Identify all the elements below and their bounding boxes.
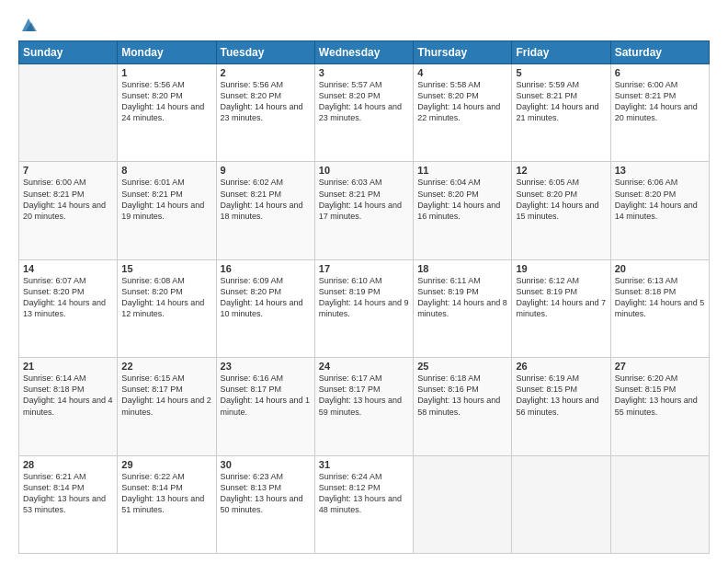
day-number: 24 bbox=[319, 361, 409, 372]
day-detail: Sunrise: 5:58 AMSunset: 8:20 PMDaylight:… bbox=[417, 79, 507, 124]
day-detail: Sunrise: 6:00 AMSunset: 8:21 PMDaylight:… bbox=[23, 177, 113, 222]
day-detail: Sunrise: 6:05 AMSunset: 8:20 PMDaylight:… bbox=[516, 177, 606, 222]
day-detail: Sunrise: 6:23 AMSunset: 8:13 PMDaylight:… bbox=[221, 471, 311, 516]
calendar-cell: 11Sunrise: 6:04 AMSunset: 8:20 PMDayligh… bbox=[414, 162, 512, 259]
day-number: 3 bbox=[319, 67, 409, 78]
calendar-cell: 28Sunrise: 6:21 AMSunset: 8:14 PMDayligh… bbox=[19, 455, 118, 553]
calendar-cell: 12Sunrise: 6:05 AMSunset: 8:20 PMDayligh… bbox=[512, 162, 610, 259]
calendar-cell: 30Sunrise: 6:23 AMSunset: 8:13 PMDayligh… bbox=[216, 455, 314, 553]
day-detail: Sunrise: 5:57 AMSunset: 8:20 PMDaylight:… bbox=[319, 79, 409, 124]
calendar-cell: 23Sunrise: 6:16 AMSunset: 8:17 PMDayligh… bbox=[216, 358, 314, 455]
day-number: 27 bbox=[615, 361, 705, 372]
calendar-cell: 26Sunrise: 6:19 AMSunset: 8:15 PMDayligh… bbox=[512, 358, 610, 455]
day-detail: Sunrise: 5:56 AMSunset: 8:20 PMDaylight:… bbox=[221, 79, 311, 124]
calendar-cell: 24Sunrise: 6:17 AMSunset: 8:17 PMDayligh… bbox=[314, 358, 413, 455]
calendar-cell: 13Sunrise: 6:06 AMSunset: 8:20 PMDayligh… bbox=[610, 162, 709, 259]
day-number: 5 bbox=[516, 67, 606, 78]
week-row-3: 14Sunrise: 6:07 AMSunset: 8:20 PMDayligh… bbox=[19, 259, 710, 357]
day-detail: Sunrise: 6:07 AMSunset: 8:20 PMDaylight:… bbox=[23, 275, 113, 320]
calendar-cell: 6Sunrise: 6:00 AMSunset: 8:21 PMDaylight… bbox=[610, 64, 709, 162]
logo bbox=[18, 15, 42, 35]
calendar-cell: 3Sunrise: 5:57 AMSunset: 8:20 PMDaylight… bbox=[314, 64, 413, 162]
logo-icon bbox=[18, 15, 39, 35]
calendar-cell: 20Sunrise: 6:13 AMSunset: 8:18 PMDayligh… bbox=[610, 259, 709, 357]
day-detail: Sunrise: 6:24 AMSunset: 8:12 PMDaylight:… bbox=[319, 471, 409, 516]
weekday-header-tuesday: Tuesday bbox=[216, 41, 314, 64]
calendar-cell: 4Sunrise: 5:58 AMSunset: 8:20 PMDaylight… bbox=[414, 64, 512, 162]
calendar-table: SundayMondayTuesdayWednesdayThursdayFrid… bbox=[18, 40, 710, 554]
calendar-cell: 2Sunrise: 5:56 AMSunset: 8:20 PMDaylight… bbox=[216, 64, 314, 162]
day-detail: Sunrise: 6:12 AMSunset: 8:19 PMDaylight:… bbox=[516, 275, 606, 320]
page: SundayMondayTuesdayWednesdayThursdayFrid… bbox=[0, 0, 728, 563]
day-detail: Sunrise: 6:01 AMSunset: 8:21 PMDaylight:… bbox=[121, 177, 211, 222]
weekday-header-wednesday: Wednesday bbox=[314, 41, 413, 64]
calendar-cell bbox=[19, 64, 118, 162]
day-detail: Sunrise: 6:17 AMSunset: 8:17 PMDaylight:… bbox=[319, 373, 409, 418]
day-number: 28 bbox=[23, 459, 113, 470]
day-detail: Sunrise: 6:22 AMSunset: 8:14 PMDaylight:… bbox=[121, 471, 211, 516]
calendar-cell: 7Sunrise: 6:00 AMSunset: 8:21 PMDaylight… bbox=[19, 162, 118, 259]
day-detail: Sunrise: 5:59 AMSunset: 8:21 PMDaylight:… bbox=[516, 79, 606, 124]
calendar-cell bbox=[512, 455, 610, 553]
header bbox=[18, 15, 710, 35]
day-number: 20 bbox=[615, 263, 705, 274]
day-number: 13 bbox=[615, 165, 705, 176]
calendar-cell: 18Sunrise: 6:11 AMSunset: 8:19 PMDayligh… bbox=[414, 259, 512, 357]
day-number: 7 bbox=[23, 165, 113, 176]
day-detail: Sunrise: 6:18 AMSunset: 8:16 PMDaylight:… bbox=[417, 373, 507, 418]
day-detail: Sunrise: 6:15 AMSunset: 8:17 PMDaylight:… bbox=[121, 373, 211, 418]
day-number: 23 bbox=[221, 361, 311, 372]
day-detail: Sunrise: 6:13 AMSunset: 8:18 PMDaylight:… bbox=[615, 275, 705, 320]
day-number: 17 bbox=[319, 263, 409, 274]
day-number: 8 bbox=[121, 165, 211, 176]
day-detail: Sunrise: 6:19 AMSunset: 8:15 PMDaylight:… bbox=[516, 373, 606, 418]
calendar-cell: 22Sunrise: 6:15 AMSunset: 8:17 PMDayligh… bbox=[118, 358, 216, 455]
day-number: 22 bbox=[121, 361, 211, 372]
calendar-cell: 8Sunrise: 6:01 AMSunset: 8:21 PMDaylight… bbox=[118, 162, 216, 259]
calendar-cell: 16Sunrise: 6:09 AMSunset: 8:20 PMDayligh… bbox=[216, 259, 314, 357]
weekday-header-row: SundayMondayTuesdayWednesdayThursdayFrid… bbox=[19, 41, 710, 64]
day-number: 12 bbox=[516, 165, 606, 176]
calendar-cell: 29Sunrise: 6:22 AMSunset: 8:14 PMDayligh… bbox=[118, 455, 216, 553]
weekday-header-sunday: Sunday bbox=[19, 41, 118, 64]
day-detail: Sunrise: 6:08 AMSunset: 8:20 PMDaylight:… bbox=[121, 275, 211, 320]
calendar-cell: 10Sunrise: 6:03 AMSunset: 8:21 PMDayligh… bbox=[314, 162, 413, 259]
day-number: 16 bbox=[221, 263, 311, 274]
day-detail: Sunrise: 6:14 AMSunset: 8:18 PMDaylight:… bbox=[23, 373, 113, 418]
day-detail: Sunrise: 6:03 AMSunset: 8:21 PMDaylight:… bbox=[319, 177, 409, 222]
calendar-cell: 31Sunrise: 6:24 AMSunset: 8:12 PMDayligh… bbox=[314, 455, 413, 553]
day-number: 19 bbox=[516, 263, 606, 274]
day-detail: Sunrise: 6:09 AMSunset: 8:20 PMDaylight:… bbox=[221, 275, 311, 320]
weekday-header-thursday: Thursday bbox=[414, 41, 512, 64]
day-number: 30 bbox=[221, 459, 311, 470]
week-row-1: 1Sunrise: 5:56 AMSunset: 8:20 PMDaylight… bbox=[19, 64, 710, 162]
calendar-cell: 1Sunrise: 5:56 AMSunset: 8:20 PMDaylight… bbox=[118, 64, 216, 162]
week-row-4: 21Sunrise: 6:14 AMSunset: 8:18 PMDayligh… bbox=[19, 358, 710, 455]
day-number: 31 bbox=[319, 459, 409, 470]
weekday-header-monday: Monday bbox=[118, 41, 216, 64]
calendar-cell: 15Sunrise: 6:08 AMSunset: 8:20 PMDayligh… bbox=[118, 259, 216, 357]
week-row-5: 28Sunrise: 6:21 AMSunset: 8:14 PMDayligh… bbox=[19, 455, 710, 553]
day-detail: Sunrise: 5:56 AMSunset: 8:20 PMDaylight:… bbox=[121, 79, 211, 124]
calendar-cell: 21Sunrise: 6:14 AMSunset: 8:18 PMDayligh… bbox=[19, 358, 118, 455]
day-detail: Sunrise: 6:11 AMSunset: 8:19 PMDaylight:… bbox=[417, 275, 507, 320]
calendar-cell: 19Sunrise: 6:12 AMSunset: 8:19 PMDayligh… bbox=[512, 259, 610, 357]
calendar-cell: 25Sunrise: 6:18 AMSunset: 8:16 PMDayligh… bbox=[414, 358, 512, 455]
day-number: 6 bbox=[615, 67, 705, 78]
weekday-header-friday: Friday bbox=[512, 41, 610, 64]
day-number: 11 bbox=[417, 165, 507, 176]
day-detail: Sunrise: 6:06 AMSunset: 8:20 PMDaylight:… bbox=[615, 177, 705, 222]
day-number: 18 bbox=[417, 263, 507, 274]
day-number: 14 bbox=[23, 263, 113, 274]
calendar-cell: 14Sunrise: 6:07 AMSunset: 8:20 PMDayligh… bbox=[19, 259, 118, 357]
day-detail: Sunrise: 6:00 AMSunset: 8:21 PMDaylight:… bbox=[615, 79, 705, 124]
day-number: 25 bbox=[417, 361, 507, 372]
calendar-cell: 17Sunrise: 6:10 AMSunset: 8:19 PMDayligh… bbox=[314, 259, 413, 357]
calendar-cell: 27Sunrise: 6:20 AMSunset: 8:15 PMDayligh… bbox=[610, 358, 709, 455]
day-detail: Sunrise: 6:02 AMSunset: 8:21 PMDaylight:… bbox=[221, 177, 311, 222]
weekday-header-saturday: Saturday bbox=[610, 41, 709, 64]
day-number: 2 bbox=[221, 67, 311, 78]
day-detail: Sunrise: 6:16 AMSunset: 8:17 PMDaylight:… bbox=[221, 373, 311, 418]
calendar-cell: 5Sunrise: 5:59 AMSunset: 8:21 PMDaylight… bbox=[512, 64, 610, 162]
day-detail: Sunrise: 6:04 AMSunset: 8:20 PMDaylight:… bbox=[417, 177, 507, 222]
